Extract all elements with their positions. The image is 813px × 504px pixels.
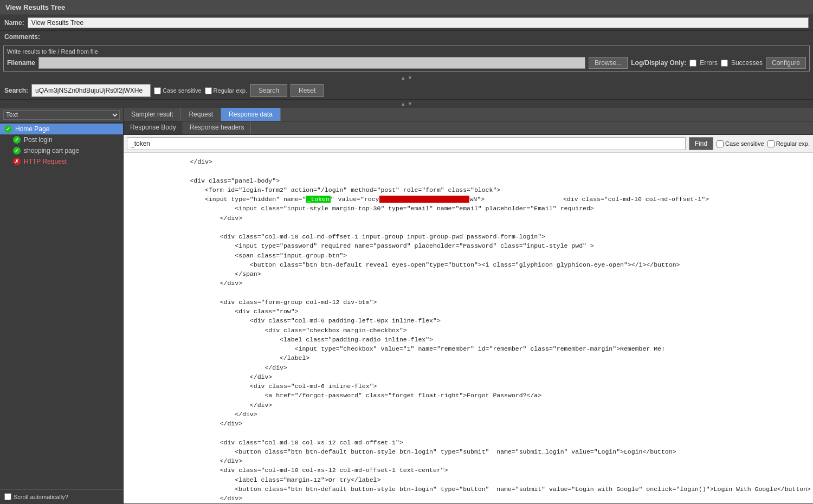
title-text: View Results Tree bbox=[5, 3, 65, 11]
successes-label: Successes bbox=[731, 59, 763, 67]
divider-arrows-bottom: ▲ ▼ bbox=[0, 100, 813, 108]
status-icon-shopping-cart: ✓ bbox=[13, 147, 21, 154]
scroll-auto-checkbox[interactable] bbox=[4, 493, 11, 500]
search-input[interactable] bbox=[31, 84, 151, 97]
successes-checkbox[interactable] bbox=[721, 60, 728, 67]
right-panel: Sampler result Request Response data Res… bbox=[124, 108, 813, 503]
response-case-sensitive-checkbox[interactable] bbox=[717, 140, 724, 147]
regex-label: Regular exp. bbox=[214, 87, 247, 94]
errors-check-group: Errors bbox=[689, 59, 718, 67]
response-regex-label: Regular exp. bbox=[776, 140, 810, 147]
title-bar: View Results Tree bbox=[0, 0, 813, 15]
divider-arrows-top: ▲ ▼ bbox=[0, 74, 813, 82]
main-content: Text ✓ Home Page ✓ Post login ✓ shopping… bbox=[0, 108, 813, 503]
write-results-section: Write results to file / Read from file F… bbox=[3, 46, 810, 72]
tab-request[interactable]: Request bbox=[181, 108, 221, 121]
case-sensitive-checkbox[interactable] bbox=[154, 87, 161, 94]
code-content: </div> <div class="panel-body"> <form id… bbox=[124, 153, 813, 503]
status-icon-home: ✓ bbox=[4, 125, 12, 133]
text-select[interactable]: Text bbox=[3, 110, 120, 120]
response-case-sensitive-label: Case sensitive bbox=[725, 140, 764, 147]
tree-item-home-page[interactable]: ✓ Home Page bbox=[0, 124, 123, 134]
tree-item-label-shopping-cart: shopping cart page bbox=[24, 147, 79, 154]
browse-button[interactable]: Browse... bbox=[589, 57, 628, 69]
sub-tabs-row: Response Body Response headers bbox=[124, 121, 813, 135]
name-row: Name: bbox=[0, 15, 813, 31]
tab-sampler-result[interactable]: Sampler result bbox=[124, 108, 181, 121]
errors-checkbox[interactable] bbox=[689, 60, 696, 67]
sub-tab-response-headers[interactable]: Response headers bbox=[183, 121, 251, 134]
tree-item-label-post-login: Post login bbox=[24, 136, 53, 144]
left-panel: Text ✓ Home Page ✓ Post login ✓ shopping… bbox=[0, 108, 124, 503]
scroll-auto-label: Scroll automatically? bbox=[14, 494, 68, 500]
scroll-auto-row: Scroll automatically? bbox=[0, 489, 123, 503]
status-icon-http-request: ✗ bbox=[13, 158, 21, 165]
filename-label: Filename bbox=[7, 59, 35, 67]
successes-check-group: Successes bbox=[721, 59, 763, 67]
filename-input[interactable] bbox=[38, 57, 585, 69]
response-case-sensitive-group: Case sensitive bbox=[717, 140, 764, 147]
text-dropdown[interactable]: Text bbox=[0, 108, 123, 122]
tabs-row: Sampler result Request Response data bbox=[124, 108, 813, 121]
configure-button[interactable]: Configure bbox=[766, 57, 806, 69]
response-regex-group: Regular exp. bbox=[767, 140, 810, 147]
find-button[interactable]: Find bbox=[689, 137, 713, 150]
name-label: Name: bbox=[4, 19, 24, 27]
tree-item-http-request[interactable]: ✗ HTTP Request bbox=[0, 156, 123, 167]
status-icon-post-login: ✓ bbox=[13, 136, 21, 144]
sub-tab-response-body[interactable]: Response Body bbox=[124, 121, 183, 134]
response-regex-checkbox[interactable] bbox=[767, 140, 775, 147]
token-highlight-green: _token bbox=[306, 196, 330, 203]
case-sensitive-group: Case sensitive bbox=[154, 87, 202, 94]
search-bar: Search: Case sensitive Regular exp. Sear… bbox=[0, 82, 813, 100]
tree-item-label-home-page: Home Page bbox=[15, 125, 49, 133]
response-search-bar: Find Case sensitive Regular exp. bbox=[124, 135, 813, 153]
reset-button[interactable]: Reset bbox=[291, 84, 324, 97]
name-input[interactable] bbox=[28, 17, 809, 28]
tree-item-label-http-request: HTTP Request bbox=[24, 158, 67, 165]
tree-items: ✓ Home Page ✓ Post login ✓ shopping cart… bbox=[0, 122, 123, 489]
regex-checkbox[interactable] bbox=[205, 87, 212, 94]
write-results-title: Write results to file / Read from file bbox=[7, 48, 806, 55]
response-search-input[interactable] bbox=[127, 137, 686, 150]
errors-label: Errors bbox=[700, 59, 718, 67]
search-label: Search: bbox=[4, 87, 28, 94]
tab-response-data[interactable]: Response data bbox=[221, 108, 281, 121]
token-value-highlight-red bbox=[379, 196, 470, 203]
case-sensitive-label: Case sensitive bbox=[163, 87, 202, 94]
search-button[interactable]: Search bbox=[250, 84, 287, 97]
regex-group: Regular exp. bbox=[205, 87, 247, 94]
tree-item-shopping-cart[interactable]: ✓ shopping cart page bbox=[0, 145, 123, 156]
comments-label: Comments: bbox=[4, 33, 40, 41]
tree-item-post-login[interactable]: ✓ Post login bbox=[0, 134, 123, 145]
log-display-label: Log/Display Only: bbox=[631, 59, 686, 67]
comments-row: Comments: bbox=[0, 31, 813, 43]
